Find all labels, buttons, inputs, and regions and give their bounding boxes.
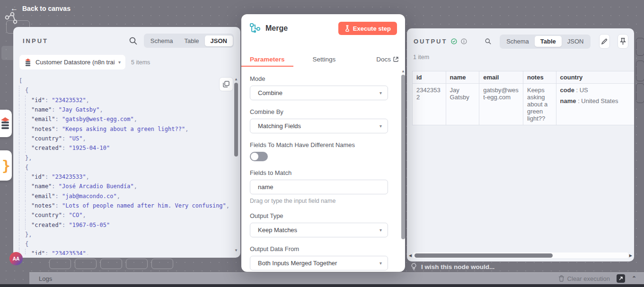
node-feedback-input[interactable]: I wish this node would... <box>411 261 494 272</box>
search-icon[interactable] <box>129 37 137 45</box>
output-panel: OUTPUT SchemaTableJSON 1 item idnameemai… <box>407 28 634 261</box>
back-arrow-icon: ← <box>10 5 18 12</box>
field-label-combine-by: Combine By <box>250 108 388 115</box>
scroll-up-icon[interactable]: ▲ <box>234 77 238 82</box>
chevron-down-icon: ▾ <box>379 123 382 129</box>
scroll-down-icon[interactable]: ▼ <box>234 248 238 253</box>
json-comma: , <box>226 202 229 209</box>
user-avatar[interactable]: AA <box>9 252 23 265</box>
select-output-data-from[interactable]: Both Inputs Merged Together▾ <box>250 256 388 270</box>
column-header-id[interactable]: id <box>413 71 446 84</box>
copy-json-button[interactable] <box>219 77 233 91</box>
select-combine-by[interactable]: Matching Fields▾ <box>250 119 388 133</box>
docs-label: Docs <box>376 56 391 63</box>
json-comma: , <box>185 126 188 132</box>
logs-bar[interactable]: Logs Clear execution ⌃ <box>29 272 644 284</box>
json-key: "email" <box>31 116 55 122</box>
scrollbar-thumb[interactable] <box>401 75 405 239</box>
field-label-fields-to-match: Fields to Match <box>250 169 388 176</box>
output-panel-title: OUTPUT <box>414 38 447 45</box>
cell-notes[interactable]: Keeps asking about a green light?? <box>523 84 556 125</box>
chevron-down-icon: ▾ <box>118 60 121 65</box>
docs-link[interactable]: Docs <box>376 56 398 63</box>
output-tab-table[interactable]: Table <box>535 36 562 47</box>
json-key: "notes" <box>31 202 55 209</box>
tab-settings[interactable]: Settings <box>313 56 336 63</box>
indent-guide <box>19 210 25 220</box>
json-value: "José Arcadio Buendía" <box>59 183 134 190</box>
cell-email[interactable]: gatsby@west-egg.com <box>479 84 523 125</box>
code-brace-icon: } <box>2 157 10 174</box>
execute-step-button[interactable]: Execute step <box>338 22 397 35</box>
column-header-email[interactable]: email <box>479 71 523 84</box>
json-key: "created" <box>31 222 62 228</box>
json-colon: : <box>45 250 52 255</box>
json-value: "jab@macondo.co" <box>62 193 117 200</box>
select-output-type[interactable]: Keep Matches▾ <box>250 223 388 237</box>
output-hscroll-track[interactable] <box>413 252 628 258</box>
helper-fields-to-match: Drag or type the input field name <box>250 198 388 204</box>
column-header-country[interactable]: country <box>556 71 634 84</box>
cell-id[interactable]: 23423532 <box>413 84 446 125</box>
json-key: "created" <box>31 145 62 151</box>
input-fields-to-match[interactable]: name <box>250 180 388 194</box>
json-line: "notes": "Keeps asking about a green lig… <box>19 124 233 133</box>
indent-guide <box>25 114 31 124</box>
input-source-selector[interactable]: Customer Datastore (n8n train ▾ <box>19 55 125 70</box>
toggle-fields-to-match-have-different-names[interactable] <box>250 152 268 161</box>
scrollbar-thumb[interactable] <box>234 83 238 157</box>
output-tab-json[interactable]: JSON <box>562 36 590 47</box>
tab-parameters[interactable]: Parameters <box>250 56 285 63</box>
edit-output-button[interactable] <box>599 34 610 49</box>
output-tab-schema[interactable]: Schema <box>501 36 535 47</box>
cell-name[interactable]: Jay Gatsby <box>446 84 479 125</box>
json-colon: : <box>45 174 52 180</box>
logs-label: Logs <box>39 275 52 282</box>
indent-guide <box>19 163 25 172</box>
field-label-fields-to-match-have-different-names: Fields To Match Have Different Names <box>250 141 388 148</box>
scroll-left-icon[interactable]: ◀ <box>409 253 412 258</box>
success-check-icon <box>451 37 457 45</box>
json-colon: : <box>55 202 62 209</box>
json-colon: : <box>52 106 58 113</box>
popout-logs-button[interactable] <box>617 274 625 283</box>
database-training-icon <box>24 58 32 67</box>
back-to-canvas-button[interactable]: ← Back to canvas <box>10 5 71 12</box>
json-line: }, <box>19 153 233 162</box>
field-label-output-type: Output Type <box>250 212 388 219</box>
indent-guide <box>25 172 31 182</box>
select-mode[interactable]: Combine▾ <box>250 86 388 100</box>
clear-execution-button[interactable]: Clear execution <box>558 275 610 282</box>
json-value: "CO" <box>69 212 82 218</box>
scrollbar-thumb[interactable] <box>415 253 553 258</box>
input-scrollbar[interactable]: ▲ ▼ <box>234 77 238 253</box>
dialog-scrollbar[interactable]: ▲ ▼ <box>401 69 405 272</box>
clear-execution-label: Clear execution <box>567 275 610 282</box>
chevron-down-icon: ▾ <box>379 261 382 266</box>
output-view-tabs: SchemaTableJSON <box>500 35 590 49</box>
scroll-right-icon[interactable]: ▶ <box>629 253 632 258</box>
input-items-count: 5 items <box>131 59 150 66</box>
collapse-logs-button[interactable]: ⌃ <box>632 275 636 282</box>
canvas-node-code[interactable]: } <box>0 150 12 181</box>
select-value-output-type: Keep Matches <box>258 226 297 234</box>
search-icon[interactable] <box>485 37 491 45</box>
json-punct: }, <box>25 231 32 238</box>
column-header-name[interactable]: name <box>446 71 479 84</box>
column-header-notes[interactable]: notes <box>523 71 556 84</box>
json-line: "country": "CO", <box>19 210 233 220</box>
json-key: "id" <box>31 97 45 104</box>
scroll-up-icon[interactable]: ▲ <box>401 69 405 74</box>
indent-guide <box>25 182 31 191</box>
info-icon[interactable] <box>461 37 467 45</box>
canvas-node-datastore[interactable] <box>0 110 12 137</box>
input-tab-table[interactable]: Table <box>179 35 205 46</box>
pin-data-button[interactable] <box>618 34 628 49</box>
input-tab-json[interactable]: JSON <box>205 35 233 46</box>
json-line: "created": "1925-04-10" <box>19 143 233 153</box>
indent-guide <box>25 105 31 114</box>
cell-country[interactable]: code : USname : United States <box>556 84 634 125</box>
json-value: "US" <box>69 135 82 142</box>
input-json-view[interactable]: [{"id": "23423532","name": "Jay Gatsby",… <box>19 76 233 255</box>
input-tab-schema[interactable]: Schema <box>145 35 179 46</box>
